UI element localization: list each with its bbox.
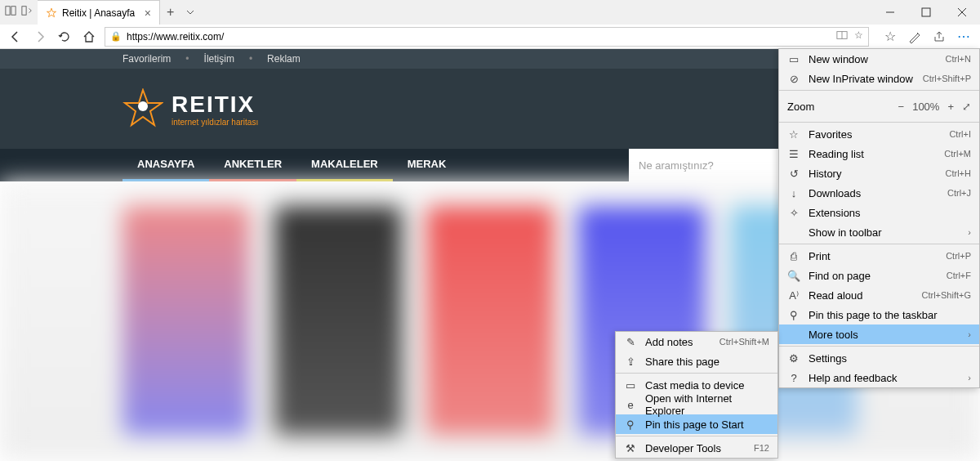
cast-icon: ▭ — [624, 379, 637, 392]
topbar-link[interactable]: Favorilerim — [122, 53, 171, 65]
more-menu-button[interactable]: ⋯ — [954, 29, 973, 44]
nav-item-anketler[interactable]: ANKETLER — [209, 149, 296, 181]
nav-item-anasayfa[interactable]: ANASAYFA — [122, 149, 209, 181]
tab-overflow-icon[interactable] — [180, 0, 200, 25]
new-tab-button[interactable]: + — [160, 0, 180, 25]
close-tab-icon[interactable]: × — [145, 7, 151, 20]
menu-extensions[interactable]: ✧Extensions — [779, 203, 979, 222]
site-logo[interactable]: REITIX internet yıldızlar haritası — [122, 88, 258, 129]
menu-pin-taskbar[interactable]: ⚲Pin this page to the taskbar — [779, 305, 979, 324]
topbar-link[interactable]: Reklam — [267, 53, 301, 65]
nav-item-makaleler[interactable]: MAKALELER — [296, 149, 393, 181]
submenu-add-notes[interactable]: ✎Add notesCtrl+Shift+M — [616, 332, 777, 351]
set-tabs-aside-icon[interactable] — [5, 5, 16, 20]
url-input[interactable]: 🔒 https://www.reitix.com/ ☆ — [105, 27, 869, 47]
titlebar: Reitix | Anasayfa × + — [0, 0, 980, 25]
notes-icon: ✎ — [624, 336, 637, 348]
share-icon: ⇪ — [624, 356, 637, 368]
submenu-open-ie[interactable]: eOpen with Internet Explorer — [616, 395, 777, 414]
menu-print[interactable]: ⎙PrintCtrl+P — [779, 246, 979, 266]
pin-icon: ⚲ — [787, 309, 800, 321]
window-icon: ▭ — [787, 53, 800, 65]
address-bar: 🔒 https://www.reitix.com/ ☆ ☆ ⋯ — [0, 25, 980, 49]
back-button[interactable] — [5, 26, 26, 47]
logo-subtitle: internet yıldızlar haritası — [172, 118, 258, 127]
hub-favorites-icon[interactable]: ☆ — [880, 29, 900, 44]
maximize-button[interactable] — [908, 0, 944, 25]
reading-view-icon[interactable] — [836, 29, 848, 43]
svg-rect-0 — [6, 7, 10, 16]
zoom-level: 100% — [912, 101, 939, 113]
logo-text: REITIX — [172, 92, 258, 118]
lock-icon: 🔒 — [110, 31, 122, 42]
menu-history[interactable]: ↺HistoryCtrl+H — [779, 163, 979, 183]
tab-aside-controls — [0, 0, 38, 25]
menu-new-window[interactable]: ▭New windowCtrl+N — [779, 49, 979, 69]
logo-star-icon — [122, 88, 163, 129]
menu-settings[interactable]: ⚙Settings — [779, 348, 979, 368]
url-text: https://www.reitix.com/ — [127, 31, 831, 43]
menu-show-toolbar[interactable]: Show in toolbar› — [779, 222, 979, 242]
submenu-devtools[interactable]: ⚒Developer ToolsF12 — [616, 438, 777, 458]
zoom-in-button[interactable]: + — [947, 101, 954, 113]
devtools-icon: ⚒ — [624, 442, 637, 454]
svg-rect-2 — [22, 7, 26, 16]
share-icon[interactable] — [929, 29, 949, 44]
menu-more-tools[interactable]: More tools› — [779, 324, 979, 344]
pin-start-icon: ⚲ — [624, 418, 637, 431]
menu-favorites[interactable]: ☆FavoritesCtrl+I — [779, 124, 979, 144]
read-aloud-icon: A⁾ — [787, 289, 800, 302]
more-tools-submenu: ✎Add notesCtrl+Shift+M ⇪Share this page … — [615, 331, 778, 459]
extensions-icon: ✧ — [787, 207, 800, 219]
gear-icon: ⚙ — [787, 352, 800, 365]
inprivate-icon: ⊘ — [787, 73, 800, 85]
forward-button[interactable] — [29, 26, 51, 47]
browser-tab[interactable]: Reitix | Anasayfa × — [38, 0, 160, 25]
download-icon: ↓ — [787, 187, 800, 199]
refresh-button[interactable] — [54, 26, 75, 47]
search-icon: 🔍 — [787, 270, 800, 282]
submenu-pin-start[interactable]: ⚲Pin this page to Start — [616, 414, 777, 434]
topbar-link[interactable]: İletişim — [204, 53, 234, 65]
menu-zoom: Zoom−100%+⤢ — [779, 92, 979, 120]
zoom-out-button[interactable]: − — [898, 101, 905, 113]
favicon-star-icon — [46, 7, 57, 19]
menu-reading-list[interactable]: ☰Reading listCtrl+M — [779, 144, 979, 163]
close-window-button[interactable] — [944, 0, 980, 25]
star-icon: ☆ — [787, 128, 800, 141]
notes-icon[interactable] — [905, 29, 924, 44]
svg-point-9 — [138, 101, 148, 111]
nav-item-merak[interactable]: MERAK — [393, 149, 461, 181]
fullscreen-icon[interactable]: ⤢ — [962, 101, 971, 113]
tabs-aside-icon[interactable] — [21, 5, 33, 20]
list-icon: ☰ — [787, 148, 800, 160]
svg-rect-4 — [922, 8, 930, 16]
settings-menu: ▭New windowCtrl+N ⊘New InPrivate windowC… — [778, 48, 980, 388]
minimize-button[interactable] — [872, 0, 908, 25]
print-icon: ⎙ — [787, 250, 800, 262]
menu-new-inprivate[interactable]: ⊘New InPrivate windowCtrl+Shift+P — [779, 69, 979, 88]
ie-icon: e — [624, 399, 637, 411]
menu-find[interactable]: 🔍Find on pageCtrl+F — [779, 266, 979, 285]
history-icon: ↺ — [787, 168, 800, 180]
window-controls — [872, 0, 980, 25]
menu-help[interactable]: ?Help and feedback› — [779, 368, 979, 387]
favorite-star-icon[interactable]: ☆ — [854, 29, 863, 43]
submenu-share[interactable]: ⇪Share this page — [616, 351, 777, 371]
svg-rect-1 — [11, 7, 16, 16]
home-button[interactable] — [78, 26, 100, 47]
menu-read-aloud[interactable]: A⁾Read aloudCtrl+Shift+G — [779, 285, 979, 305]
menu-downloads[interactable]: ↓DownloadsCtrl+J — [779, 183, 979, 203]
tab-title: Reitix | Anasayfa — [62, 7, 135, 19]
help-icon: ? — [787, 372, 800, 384]
